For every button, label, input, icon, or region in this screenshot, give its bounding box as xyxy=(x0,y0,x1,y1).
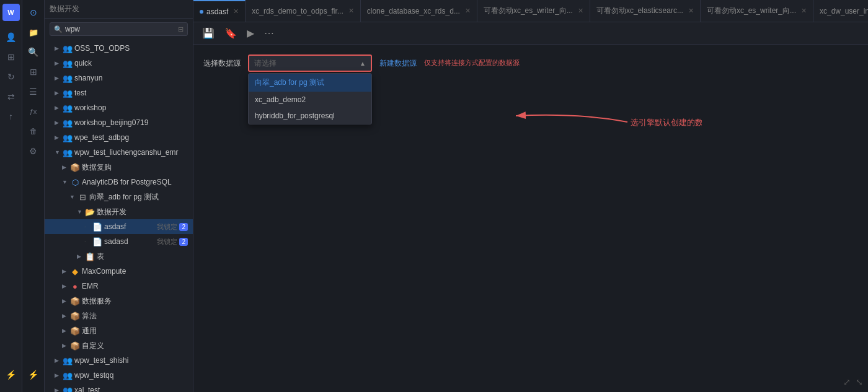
sidebar-item-wpe-test[interactable]: ▶ 👥 wpe_test_adbpg xyxy=(45,130,193,145)
sidebar-item-xc-adb[interactable]: ▼ ⊟ 向翠_adb for pg 测试 xyxy=(45,189,193,204)
group-icon: 👥 xyxy=(63,59,73,68)
sidebar-item-suanfa[interactable]: ▶ 📦 算法 xyxy=(45,308,193,323)
dot-icon: · xyxy=(84,224,91,230)
bookmark-button[interactable]: 🔖 xyxy=(222,26,239,40)
tab-kk-elasticsearch[interactable]: 可看勿动xc_elasticsearc... ✕ xyxy=(590,0,701,22)
arrow-icon: ▶ xyxy=(55,120,61,126)
datasource-dropdown-trigger[interactable]: 请选择 ▲ xyxy=(248,54,372,72)
sidebar-item-emr[interactable]: ▶ ● EMR xyxy=(45,279,193,294)
sidebar-item-workshop-beijing[interactable]: ▶ 👥 workshop_beijing0719 xyxy=(45,115,193,130)
tree-label: xal_test xyxy=(74,386,188,392)
group-icon: 👥 xyxy=(63,356,73,365)
run-button[interactable]: ▶ xyxy=(244,26,257,40)
tree-label: wpe_test_adbpg xyxy=(74,133,188,142)
group-icon: 👥 xyxy=(63,148,73,157)
tab-close-icon[interactable]: ✕ xyxy=(578,7,583,15)
dropdown-item-xc-adb-demo2[interactable]: xc_adb_demo2 xyxy=(249,92,371,108)
sync-icon[interactable]: ⇄ xyxy=(2,88,20,105)
plug-icon[interactable]: ⚡ xyxy=(2,366,20,383)
upload-icon[interactable]: ↑ xyxy=(2,108,20,125)
file-icon: 📄 xyxy=(92,222,102,232)
tab-kk-es-writer[interactable]: 可看勿动xc_es_writer_向... ✕ xyxy=(477,0,590,22)
sidebar-item-tongyong[interactable]: ▶ 📦 通用 xyxy=(45,323,193,338)
sidebar-item-sjfw[interactable]: ▶ 📦 数据服务 xyxy=(45,294,193,308)
sidebar-item-workshop[interactable]: ▶ 👥 workshop xyxy=(45,100,193,115)
search-bar-container[interactable]: 🔍 ⊟ xyxy=(50,22,188,36)
expand-arrow-icon: ▼ xyxy=(55,149,61,155)
nav-home-icon[interactable]: ⊙ xyxy=(25,4,42,21)
sidebar-item-analyticdb[interactable]: ▼ ⬡ AnalyticDB for PostgreSQL xyxy=(45,175,193,189)
toolbar: 💾 🔖 ▶ ⋯ xyxy=(193,22,868,45)
badge: 2 xyxy=(179,238,188,246)
datasource-dropdown-container: 请选择 ▲ 向翠_adb for pg 测试 xc_adb_demo2 hybr… xyxy=(248,54,372,72)
arrow-icon: ▶ xyxy=(55,105,61,111)
tab-label: 可看勿动xc_es_writer_向... xyxy=(484,6,573,16)
sidebar-item-xal-test[interactable]: ▶ 👥 xal_test xyxy=(45,383,193,392)
sidebar-item-asdasf[interactable]: · 📄 asdasf 我锁定 2 xyxy=(45,219,193,234)
sidebar-item-sjkf[interactable]: ▼ 📂 数据开发 xyxy=(45,204,193,219)
tab-dw-user[interactable]: xc_dw_user_info_all_d_23 ✕ xyxy=(813,0,868,22)
sidebar-item-biao[interactable]: ▶ 📋 表 xyxy=(45,249,193,264)
sidebar-item-sadasd[interactable]: · 📄 sadasd 我锁定 2 xyxy=(45,234,193,249)
save-button[interactable]: 💾 xyxy=(200,26,217,40)
power-icon[interactable]: ⚡ xyxy=(25,366,42,383)
sidebar-item-test[interactable]: ▶ 👥 test xyxy=(45,85,193,100)
sidebar-item-sjfu[interactable]: ▶ 📦 数据复购 xyxy=(45,160,193,175)
tab-label: xc_dw_user_info_all_d_23 xyxy=(820,7,868,15)
sidebar-item-quick[interactable]: ▶ 👥 quick xyxy=(45,56,193,71)
tab-label: 可看勿动xc_elasticsearc... xyxy=(596,6,683,16)
tab-close-icon[interactable]: ✕ xyxy=(348,7,354,15)
tab-close-icon[interactable]: ✕ xyxy=(688,7,694,15)
tab-close-icon[interactable]: ✕ xyxy=(233,7,239,15)
sidebar-item-zidingyi[interactable]: ▶ 📦 自定义 xyxy=(45,338,193,353)
table-side-icon[interactable]: ⊞ xyxy=(25,63,42,81)
dropdown-item-hybriddb[interactable]: hybriddb_for_postgresql xyxy=(249,108,371,124)
maxcompute-icon: ◆ xyxy=(70,267,80,276)
folder-icon: 📦 xyxy=(70,163,80,172)
sidebar: 数据开发 🔍 ⊟ ▶ 👥 OSS_TO_ODPS ▶ 👥 quick ▶ 👥 s… xyxy=(45,0,193,392)
tab-close-icon[interactable]: ✕ xyxy=(801,7,807,15)
tab-kk-writer2[interactable]: 可看勿动xc_es_writer_向... ✕ xyxy=(701,0,813,22)
more-button[interactable]: ⋯ xyxy=(262,26,277,40)
trash-icon[interactable]: 🗑 xyxy=(25,123,42,140)
more-icon: ⋯ xyxy=(264,27,274,39)
resize-icon[interactable]: ⤡ xyxy=(856,377,863,387)
sidebar-item-wpw-test[interactable]: ▼ 👥 wpw_test_liuchengcanshu_emr xyxy=(45,145,193,160)
tab-label: clone_database_xc_rds_d... xyxy=(367,7,460,15)
tab-xc-rds[interactable]: xc_rds_demo_to_odps_fir... ✕ xyxy=(246,0,360,22)
files-icon[interactable]: 📁 xyxy=(25,24,42,41)
folder-icon: 📦 xyxy=(70,341,80,351)
main-area: asdasf ✕ xc_rds_demo_to_odps_fir... ✕ cl… xyxy=(193,0,868,392)
tree-label: MaxCompute xyxy=(82,267,188,276)
tree-label: 自定义 xyxy=(82,341,188,351)
tab-label: 可看勿动xc_es_writer_向... xyxy=(707,6,796,16)
group-icon: 👥 xyxy=(63,74,73,83)
new-datasource-link[interactable]: 新建数据源 xyxy=(379,54,417,69)
sidebar-item-wpw-testqq[interactable]: ▶ 👥 wpw_testqq xyxy=(45,368,193,383)
dropdown-placeholder: 请选择 xyxy=(254,58,357,69)
menu-icon[interactable]: ☰ xyxy=(25,83,42,100)
play-icon: ▶ xyxy=(247,27,254,39)
group-icon: 👥 xyxy=(63,386,73,393)
search-input[interactable] xyxy=(65,25,175,33)
side-nav-rail: ⊙ 📁 🔍 ⊞ ☰ ƒx 🗑 ⚙ ⚡ xyxy=(22,0,45,392)
grid-icon[interactable]: ⊞ xyxy=(2,48,20,66)
search-side-icon[interactable]: 🔍 xyxy=(25,43,42,61)
tab-clone-db[interactable]: clone_database_xc_rds_d... ✕ xyxy=(361,0,477,22)
expand-icon[interactable]: ⤢ xyxy=(843,377,851,387)
settings-rail-icon[interactable]: ⚙ xyxy=(25,142,42,160)
sidebar-item-wpw-shishi[interactable]: ▶ 👥 wpw_test_shishi xyxy=(45,353,193,368)
tree-label: 表 xyxy=(97,251,188,262)
user-icon[interactable]: 👤 xyxy=(2,28,20,46)
refresh-icon[interactable]: ↻ xyxy=(2,68,20,85)
sidebar-item-maxcompute[interactable]: ▶ ◆ MaxCompute xyxy=(45,264,193,279)
fx-icon[interactable]: ƒx xyxy=(25,103,42,120)
sidebar-item-shanyun[interactable]: ▶ 👥 shanyun xyxy=(45,71,193,85)
tab-asdasf[interactable]: asdasf ✕ xyxy=(193,0,246,22)
sidebar-item-oss[interactable]: ▶ 👥 OSS_TO_ODPS xyxy=(45,41,193,56)
dropdown-item-xc-adb[interactable]: 向翠_adb for pg 测试 xyxy=(249,74,371,92)
filter-icon[interactable]: ⊟ xyxy=(178,25,184,33)
tree-label: wpw_test_shishi xyxy=(74,356,188,365)
group-icon: 👥 xyxy=(63,133,73,142)
tab-close-icon[interactable]: ✕ xyxy=(465,7,471,15)
